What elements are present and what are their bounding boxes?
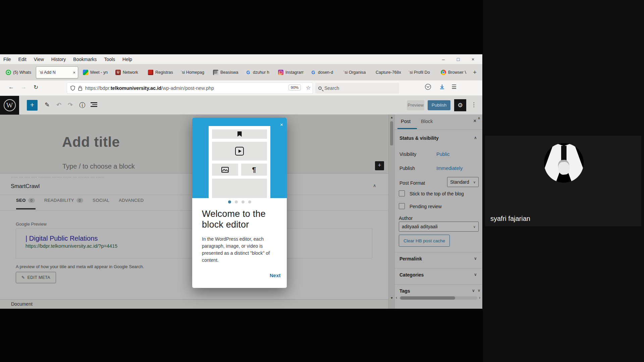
wordpress-logo[interactable]: W [0,96,19,115]
pocket-icon[interactable] [425,83,431,90]
image-block-mockup [212,164,238,176]
download-icon[interactable] [439,83,445,90]
lock-icon[interactable] [78,86,82,91]
block-mockup-card: ¶ [209,126,270,198]
hamburger-menu-icon[interactable]: ☰ [451,83,457,90]
browser-tab[interactable]: ˈsi Homepag [178,67,208,78]
redo-icon[interactable]: ↷ [68,101,73,109]
browser-tab[interactable]: Beasiswa [211,67,241,78]
publish-button[interactable]: Publish [428,100,450,110]
browser-tabbar: (5) Whatsˈsi Add N×Meet - ynUNetworkRegi… [0,64,482,80]
browser-tab[interactable]: Registras [146,67,176,78]
beasiswa-favicon [213,70,218,75]
next-button[interactable]: Next [270,273,281,278]
browser-tab[interactable]: Instagram [276,67,306,78]
network-favicon: U [115,70,121,75]
browser-tab[interactable]: ˈsi Organisa [341,67,371,78]
back-icon[interactable]: ← [8,84,14,90]
video-play-icon [235,147,244,156]
participant-tile[interactable]: syafri fajarian [485,136,641,226]
search-input[interactable] [324,85,388,91]
browser-tab[interactable]: ˈsi Profil Do [406,67,436,78]
new-tab-button[interactable]: + [473,69,477,76]
browser-tab[interactable]: ˈsi Add N× [36,66,78,78]
shield-icon[interactable] [70,85,75,91]
title-block-mockup [212,129,267,139]
tab-title: ˈsi Organisa [343,70,369,75]
screen-share-stage: FileEditViewHistoryBookmarksToolsHelp – … [0,0,644,362]
pagination-dots [192,200,287,203]
url-text: https://bdpr.telkomuniversity.ac.id/wp-a… [85,85,214,91]
url-domain: telkomuniversity.ac.id [111,85,161,91]
tab-title: Registras [155,70,173,75]
search-icon [318,86,322,90]
browser-tab[interactable]: Meet - yn [80,67,111,78]
menu-edit[interactable]: Edit [18,57,26,62]
chrome-favicon [441,70,446,75]
block-row-mockup: ¶ [212,164,267,176]
pagination-dot[interactable] [235,200,238,203]
participant-name: syafri fajarian [490,215,530,223]
browser-tab[interactable]: Capture-768x [373,67,404,78]
menu-tools[interactable]: Tools [104,57,115,62]
minimize-button[interactable]: – [436,57,451,62]
modal-heading: Welcome to the block editor [202,209,279,230]
search-field[interactable] [315,83,399,94]
pagination-dot[interactable] [228,200,231,203]
browser-urlbar: ← → ↻ https://bdpr.telkomuniversity.ac.i… [0,80,482,96]
tab-list: (5) Whatsˈsi Add N×Meet - ynUNetworkRegi… [3,66,471,78]
window-controls: – □ × [436,54,480,64]
wp-editor-topbar: W + ✎ ↶ ↷ ⓘ Preview Publish ⚙ ⋮ [0,96,482,115]
list-view-icon[interactable] [91,101,97,108]
image-icon [221,167,229,173]
forward-icon[interactable]: → [21,84,26,90]
address-field[interactable]: https://bdpr.telkomuniversity.ac.id/wp-a… [67,83,313,94]
menu-help[interactable]: Help [122,57,132,62]
google-favicon: G [246,70,251,75]
wp-editor-viewport: Add title Type / to choose a block + ---… [0,115,482,309]
modal-body-text: In the WordPress editor, each paragraph,… [202,236,278,264]
page-zoom-badge[interactable]: 90% [288,84,301,90]
paragraph-icon: ¶ [252,166,256,174]
info-icon[interactable]: ⓘ [79,101,85,109]
pagination-dot[interactable] [241,200,245,203]
menu-view[interactable]: View [34,57,44,62]
browser-tab[interactable]: Browser V [438,67,469,78]
tab-title: Instagram [285,70,304,75]
pagination-dot[interactable] [248,200,251,203]
bookmark-star-icon[interactable]: ☆ [306,84,311,91]
menu-bookmarks[interactable]: Bookmarks [73,57,97,62]
edit-mode-pencil-icon[interactable]: ✎ [45,101,50,109]
tab-title: Capture-768x [376,70,401,75]
close-modal-icon[interactable]: × [280,122,283,127]
browser-tab[interactable]: Gdzuhur h [243,67,273,78]
menu-items: FileEditViewHistoryBookmarksToolsHelp [3,57,140,62]
reload-icon[interactable]: ↻ [34,84,38,91]
tab-title: Network [123,70,141,75]
tab-title: dosen-d [318,70,336,75]
browser-tab[interactable]: UNetwork [113,67,143,78]
tab-close-icon[interactable]: × [73,70,75,75]
settings-gear-button[interactable]: ⚙ [454,99,466,111]
tab-title: (5) Whats [13,70,31,75]
tab-title: ˈsi Add N [39,70,71,75]
undo-icon[interactable]: ↶ [56,101,61,109]
tab-title: dzuhur h [253,70,271,75]
browser-tab[interactable]: Gdosen-d [308,67,338,78]
whatsapp-favicon [6,70,11,75]
menu-history[interactable]: History [51,57,66,62]
menu-file[interactable]: File [3,57,11,62]
google-favicon: G [311,70,316,75]
browser-menubar: FileEditViewHistoryBookmarksToolsHelp – … [0,54,482,64]
paragraph-block-mockup: ¶ [241,164,267,176]
maximize-button[interactable]: □ [451,57,466,62]
bookmark-icon [237,131,242,137]
modal-illustration: ¶ [192,118,287,198]
welcome-guide-modal: ¶ × Welcome to the block editor In the W… [192,118,287,288]
browser-tab[interactable]: (5) Whats [3,67,34,78]
tab-title: ˈsi Homepag [180,70,206,75]
more-options-icon[interactable]: ⋮ [471,101,477,108]
block-inserter-button[interactable]: + [27,100,38,111]
preview-button[interactable]: Preview [407,100,424,110]
close-window-button[interactable]: × [466,57,480,62]
